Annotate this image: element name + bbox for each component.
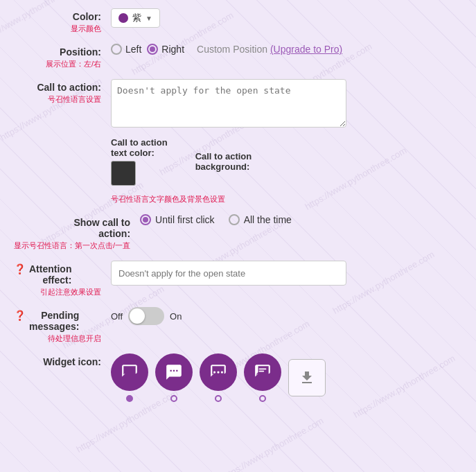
chevron-down-icon: ▼ — [146, 15, 152, 22]
position-right-label: Right — [161, 44, 184, 55]
position-left-label: Left — [125, 44, 141, 55]
color-label-col: Color: 显示颜色 — [14, 8, 111, 34]
question-icon: ❓ — [14, 263, 26, 274]
show-cta-sublabel: 显示号召性语言：第一次点击/一直 — [14, 241, 130, 251]
attention-label: ❓ Attentioneffect: — [14, 263, 101, 286]
attention-control — [111, 261, 462, 286]
color-dot — [118, 13, 128, 23]
pending-label-text: Pendingmessages: — [29, 310, 79, 332]
all-time-label: All the time — [244, 214, 292, 225]
radio-right-inner — [150, 46, 155, 52]
svg-rect-4 — [259, 371, 265, 372]
radio-first-click — [140, 214, 151, 225]
svg-rect-3 — [259, 369, 267, 370]
cta-color-sublabel: 号召性语言文字颜色及背景色设置 — [111, 194, 462, 204]
svg-point-0 — [213, 371, 215, 373]
upgrade-link[interactable]: (Upgrade to Pro) — [270, 44, 342, 55]
cta-text-color-section: Call to actiontext color: — [111, 137, 168, 186]
show-cta-control: Until first click All the time — [140, 214, 462, 225]
cta-text-color-label: Call to actiontext color: — [111, 137, 168, 158]
attention-label-col: ❓ Attentioneffect: 引起注意效果设置 — [14, 261, 111, 297]
widget-icon-control — [111, 353, 462, 402]
position-row: Position: 展示位置：左/右 Left Right Custom Pos… — [14, 44, 462, 69]
icon-dot-2 — [170, 395, 177, 402]
smile-chat-icon — [155, 353, 193, 391]
color-control: 紫 ▼ — [111, 8, 462, 28]
pending-toggle-wrapper: Off On — [111, 307, 182, 325]
chat-bubble-icon — [111, 353, 148, 391]
cta-textarea[interactable] — [111, 79, 346, 128]
color-row: Color: 显示颜色 紫 ▼ — [14, 8, 462, 34]
pending-control: Off On — [111, 307, 462, 325]
position-control: Left Right Custom Position (Upgrade to P… — [111, 44, 462, 55]
cta-color-sections: Call to actiontext color: Call to action… — [111, 137, 252, 186]
color-label: Color: — [14, 11, 101, 22]
first-click-label: Until first click — [155, 214, 215, 225]
pending-sublabel: 待处理信息开启 — [14, 333, 101, 344]
pending-label: ❓ Pendingmessages: — [14, 310, 101, 332]
chat-box-icon — [244, 353, 281, 391]
color-sublabel: 显示颜色 — [14, 24, 101, 34]
radio-first-click-inner — [143, 217, 148, 222]
upload-icon-button[interactable] — [288, 359, 326, 396]
custom-position-label: Custom Position (Upgrade to Pro) — [197, 44, 342, 55]
radio-right — [147, 44, 158, 55]
cta-color-label-col — [14, 137, 111, 140]
color-value: 紫 — [132, 12, 141, 24]
radio-left — [111, 44, 122, 55]
position-label-col: Position: 展示位置：左/右 — [14, 44, 111, 69]
icon-grid — [111, 353, 326, 402]
pending-off-label: Off — [111, 311, 123, 322]
cta-bg-color-section: Call to actionbackground: — [195, 151, 252, 172]
position-right-option[interactable]: Right — [147, 44, 184, 55]
widget-icon-label-col: Widget icon: — [14, 353, 111, 367]
pending-question-icon: ❓ — [14, 310, 26, 321]
position-label: Position: — [14, 46, 101, 58]
attention-sublabel: 引起注意效果设置 — [14, 287, 101, 297]
cta-color-control: Call to actiontext color: Call to action… — [111, 137, 462, 204]
show-cta-all-time[interactable]: All the time — [229, 214, 292, 225]
custom-position-text: Custom Position — [197, 44, 267, 55]
attention-row: ❓ Attentioneffect: 引起注意效果设置 — [14, 261, 462, 297]
widget-icon-label: Widget icon: — [14, 356, 101, 367]
icon-dot-1 — [126, 395, 133, 402]
widget-icon-3[interactable] — [200, 353, 237, 402]
pending-label-col: ❓ Pendingmessages: 待处理信息开启 — [14, 307, 111, 344]
cta-label-col: Call to action: 号召性语言设置 — [14, 79, 111, 105]
pending-toggle[interactable] — [128, 307, 164, 325]
toggle-knob — [130, 308, 145, 324]
radio-all-time — [229, 214, 240, 225]
cta-label: Call to action: — [14, 82, 101, 93]
cta-bg-color-label: Call to actionbackground: — [195, 151, 252, 172]
position-left-option[interactable]: Left — [111, 44, 141, 55]
cta-row: Call to action: 号召性语言设置 — [14, 79, 462, 128]
widget-icon-4[interactable] — [244, 353, 281, 402]
position-sublabel: 展示位置：左/右 — [14, 59, 101, 69]
widget-icon-row: Widget icon: — [14, 353, 462, 402]
show-cta-options: Until first click All the time — [140, 214, 292, 225]
cta-sublabel: 号召性语言设置 — [14, 94, 101, 105]
pending-on-label: On — [170, 311, 182, 322]
icon-dot-3 — [215, 395, 222, 402]
attention-label-text: Attentioneffect: — [29, 263, 71, 286]
svg-point-1 — [217, 371, 219, 373]
show-cta-row: Show call toaction: 显示号召性语言：第一次点击/一直 Unt… — [14, 214, 462, 251]
dots-bubble-icon — [200, 353, 237, 391]
attention-input[interactable] — [111, 261, 346, 286]
show-cta-label-col: Show call toaction: 显示号召性语言：第一次点击/一直 — [14, 214, 140, 251]
widget-icon-2[interactable] — [155, 353, 193, 402]
widget-icon-1[interactable] — [111, 353, 148, 402]
settings-panel: Color: 显示颜色 紫 ▼ Position: 展示位置：左/右 Left — [0, 0, 476, 420]
cta-control — [111, 79, 462, 128]
svg-point-2 — [221, 371, 223, 373]
color-dropdown[interactable]: 紫 ▼ — [111, 8, 160, 28]
cta-text-color-swatch[interactable] — [111, 161, 136, 186]
cta-color-row: Call to actiontext color: Call to action… — [14, 137, 462, 204]
show-cta-label: Show call toaction: — [14, 217, 130, 239]
show-cta-first-click[interactable]: Until first click — [140, 214, 215, 225]
icon-dot-4 — [259, 395, 266, 402]
pending-row: ❓ Pendingmessages: 待处理信息开启 Off On — [14, 307, 462, 344]
